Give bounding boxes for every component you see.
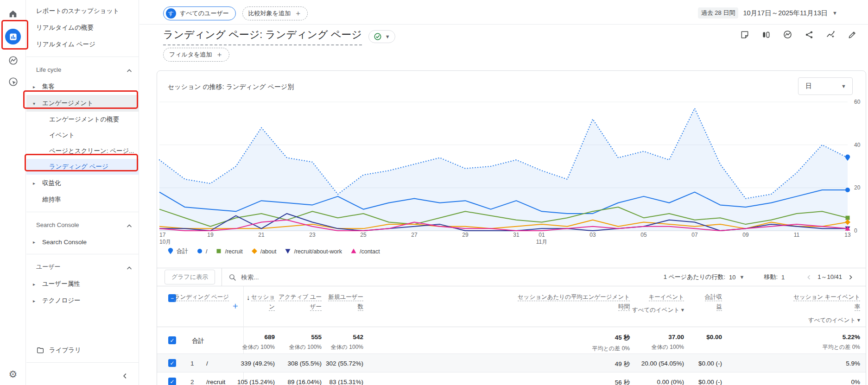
share-icon[interactable] bbox=[805, 30, 814, 39]
x-axis-label: 21 bbox=[258, 232, 265, 238]
column-header-5[interactable]: キーイベントすべてのイベント ▾ bbox=[605, 292, 684, 316]
date-range-text: 10月17日～2025年11月13日 bbox=[743, 9, 828, 18]
advertising-icon[interactable] bbox=[0, 75, 26, 88]
sidebar-item-エンゲージメントの概要[interactable]: エンゲージメントの概要 bbox=[26, 112, 139, 127]
sidebar-item-Life-cycle[interactable]: Life cycle bbox=[26, 61, 139, 78]
legend-label: /about bbox=[260, 248, 277, 255]
x-axis-label: 01 bbox=[539, 232, 545, 238]
sidebar-item-ユーザー属性[interactable]: ▸ユーザー属性 bbox=[26, 276, 139, 292]
table-row-2[interactable]: ✓2/recruit105 (15.24%)89 (16.04%)83 (15.… bbox=[157, 372, 866, 385]
x-axis-label: 13 bbox=[844, 232, 851, 238]
date-range-picker[interactable]: 過去 28 日間 10月17日～2025年11月13日 ▼ bbox=[698, 7, 837, 19]
segment-chip-label: すべてのユーザー bbox=[180, 9, 229, 18]
chevron-down-icon[interactable]: ▼ bbox=[739, 274, 744, 280]
add-filter-chip[interactable]: フィルタを追加 ＋ bbox=[163, 48, 229, 62]
arrow-expanded-icon[interactable]: ▾ bbox=[33, 101, 38, 106]
column-label[interactable]: セッション キーイベント率 bbox=[793, 294, 860, 311]
search-input[interactable] bbox=[241, 274, 380, 281]
explore-icon[interactable] bbox=[0, 54, 26, 67]
table-row-1[interactable]: ✓1/339 (49.2%)308 (55.5%)302 (55.72%)49 … bbox=[157, 354, 866, 372]
report-actions bbox=[740, 30, 857, 39]
sidebar-divider bbox=[26, 212, 139, 212]
chevron-down-icon: ▼ bbox=[841, 83, 846, 89]
x-axis-label: 17 bbox=[159, 232, 166, 238]
date-range-badge: 過去 28 日間 bbox=[698, 7, 739, 19]
section-collapse-icon[interactable] bbox=[127, 264, 132, 271]
chart-title: セッション の推移: ランディング ページ別 bbox=[168, 83, 294, 91]
comparison-icon[interactable] bbox=[761, 30, 771, 39]
chevron-down-icon: ▼ bbox=[385, 34, 390, 39]
column-label[interactable]: セッション bbox=[251, 294, 275, 311]
sidebar-item-イベント[interactable]: イベント bbox=[26, 127, 139, 143]
next-page-icon[interactable] bbox=[846, 274, 855, 280]
column-label[interactable]: 新規ユーザー数 bbox=[328, 294, 363, 311]
sidebar-item-Search-Console[interactable]: Search Console bbox=[26, 216, 139, 234]
x-axis-month-label: 10月 bbox=[159, 239, 171, 245]
sidebar-item-Search-Console[interactable]: ▸Search Console bbox=[26, 234, 139, 250]
segment-avatar: す bbox=[166, 8, 176, 19]
dimension-column-header[interactable]: ランディング ページ bbox=[171, 292, 229, 302]
x-axis-month-label: 11月 bbox=[536, 239, 547, 245]
event-filter-dropdown[interactable]: すべてのイベント ▾ bbox=[605, 305, 684, 315]
explore-icon[interactable] bbox=[783, 30, 792, 39]
section-collapse-icon[interactable] bbox=[127, 67, 132, 74]
x-axis-label: 03 bbox=[589, 232, 596, 238]
sidebar-item-エンゲージメント[interactable]: ▾エンゲージメント bbox=[26, 95, 139, 112]
legend-item--: / bbox=[196, 248, 207, 255]
chart-interval-select[interactable]: 日 ▼ bbox=[798, 77, 853, 95]
sidebar-item-維持率[interactable]: 維持率 bbox=[26, 191, 139, 208]
home-icon[interactable] bbox=[0, 6, 26, 21]
column-header-6[interactable]: 合計収益 bbox=[701, 292, 722, 312]
dimension-header-label[interactable]: ランディング ページ bbox=[174, 294, 229, 301]
notes-icon[interactable] bbox=[740, 30, 749, 39]
arrow-collapsed-icon[interactable]: ▸ bbox=[33, 84, 38, 89]
insights-icon[interactable] bbox=[826, 30, 836, 39]
rows-per-page-value[interactable]: 10 bbox=[729, 274, 735, 281]
legend-item--about: /about bbox=[251, 248, 277, 255]
sidebar-item-リアルタイムの概要[interactable]: リアルタイムの概要 bbox=[26, 19, 139, 36]
toolbar-divider bbox=[222, 268, 222, 286]
sidebar-item-label: リアルタイムの概要 bbox=[36, 24, 94, 32]
sidebar-item-ランディング-ページ[interactable]: ランディング ページ bbox=[26, 159, 139, 175]
arrow-collapsed-icon[interactable]: ▸ bbox=[33, 240, 38, 245]
edit-pencil-icon[interactable] bbox=[848, 30, 857, 39]
table-toolbar: グラフに表示 1 ページあたりの行数: 10 ▼ 移動: 1 1～10/41 bbox=[157, 268, 866, 286]
sidebar-item-ユーザー[interactable]: ユーザー bbox=[26, 258, 139, 276]
sidebar-item-ライブラリ[interactable]: ライブラリ bbox=[26, 342, 139, 359]
section-collapse-icon[interactable] bbox=[127, 222, 132, 229]
data-quality-pill[interactable]: ▼ bbox=[368, 30, 395, 43]
chevron-left-icon bbox=[121, 372, 128, 379]
sidebar-item-レポートのスナップショット[interactable]: レポートのスナップショット bbox=[26, 3, 139, 19]
sidebar-item-リアルタイム-ページ[interactable]: リアルタイム ページ bbox=[26, 36, 139, 53]
column-header-1[interactable]: セッション bbox=[247, 292, 275, 312]
add-comparison-chip[interactable]: 比較対象を追加 ＋ bbox=[242, 6, 308, 20]
y-axis-label: 40 bbox=[854, 142, 861, 148]
reports-icon[interactable] bbox=[0, 28, 26, 45]
sidebar-item-収益化[interactable]: ▸収益化 bbox=[26, 175, 139, 191]
arrow-collapsed-icon[interactable]: ▸ bbox=[33, 298, 38, 303]
column-header-3[interactable]: 新規ユーザー数 bbox=[326, 292, 363, 312]
event-filter-dropdown[interactable]: すべてのイベント ▾ bbox=[791, 316, 860, 325]
sidebar-item-label: エンゲージメント bbox=[42, 99, 93, 107]
column-label[interactable]: キーイベント bbox=[649, 294, 684, 301]
sidebar-item-集客[interactable]: ▸集客 bbox=[26, 78, 139, 95]
add-dimension-icon[interactable]: ＋ bbox=[231, 300, 240, 312]
segment-chip-all-users[interactable]: す すべてのユーザー bbox=[163, 6, 236, 20]
x-axis-label: 29 bbox=[462, 232, 469, 238]
show-on-chart-button[interactable]: グラフに表示 bbox=[165, 270, 215, 284]
collapse-sidebar-button[interactable] bbox=[26, 366, 139, 385]
column-header-2[interactable]: アクティブ ユーザー bbox=[278, 292, 322, 312]
page-title[interactable]: ランディング ページ: ランディング ページ bbox=[163, 28, 362, 45]
sidebar-item-テクノロジー[interactable]: ▸テクノロジー bbox=[26, 292, 139, 309]
sidebar-bottom bbox=[26, 359, 139, 385]
column-label[interactable]: アクティブ ユーザー bbox=[279, 294, 322, 311]
sidebar-item-label: Life cycle bbox=[36, 66, 61, 73]
goto-value[interactable]: 1 bbox=[781, 274, 785, 281]
previous-page-icon[interactable] bbox=[804, 274, 814, 280]
sidebar-item-ページとスクリーン-ページ...[interactable]: ページとスクリーン: ページ... bbox=[26, 143, 139, 159]
settings-gear-icon[interactable]: ⚙ bbox=[0, 367, 26, 381]
column-header-7[interactable]: セッション キーイベント率すべてのイベント ▾ bbox=[791, 292, 860, 325]
arrow-collapsed-icon[interactable]: ▸ bbox=[33, 282, 38, 287]
column-label[interactable]: 合計収益 bbox=[705, 294, 722, 311]
arrow-collapsed-icon[interactable]: ▸ bbox=[33, 181, 38, 186]
